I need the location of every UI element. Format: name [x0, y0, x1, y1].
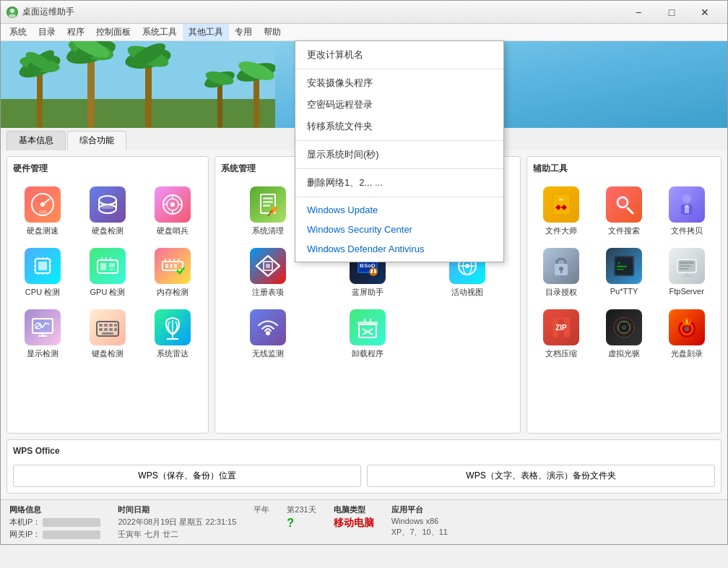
svg-rect-76	[99, 324, 103, 327]
wireless-label: 无线监测	[252, 348, 284, 359]
process-icon	[449, 186, 485, 223]
blue-screen-icon: BSoD	[350, 248, 386, 284]
file-master-icon: ✂	[543, 186, 579, 223]
putty-label: Pu*TTY	[610, 287, 638, 296]
datetime-lunar: 壬寅年 七月 廿二	[118, 529, 236, 540]
tool-file-master[interactable]: ✂ 文件大师	[533, 184, 590, 239]
registry-label: 注册表项	[252, 287, 284, 298]
disk-check-icon	[90, 186, 126, 223]
menu-program[interactable]: 程序	[61, 24, 90, 40]
gateway-ip-label: 网关IP：	[9, 530, 40, 538]
network-label: 网络信息	[9, 504, 100, 515]
menu-control-panel[interactable]: 控制面板	[90, 24, 136, 40]
uninstall-icon	[350, 309, 386, 345]
network-info: 网络信息 本机IP： 网关IP：	[9, 504, 100, 540]
tool-putty[interactable]: >_ Pu*TTY	[596, 245, 653, 301]
minimize-button[interactable]: −	[622, 1, 655, 24]
disk-speed-icon: 120	[25, 186, 61, 223]
svg-point-29	[99, 196, 116, 205]
disc-burn-icon	[669, 309, 705, 345]
dir-auth-icon	[543, 248, 579, 284]
year-type: 平年	[254, 504, 269, 515]
menu-directory[interactable]: 目录	[32, 24, 61, 40]
svg-text:>_: >_	[618, 260, 623, 266]
tool-file-escort[interactable]: 文件拷贝	[658, 184, 715, 239]
tool-disc-burn[interactable]: 光盘刻录	[658, 306, 715, 362]
svg-rect-64	[170, 264, 173, 268]
gpu-icon	[90, 248, 126, 284]
datetime-label: 时间日期	[118, 504, 236, 515]
tool-system-clean[interactable]: 系统清理	[221, 184, 315, 239]
tool-doc-compress[interactable]: ZIP 文档压缩	[533, 306, 590, 362]
startup-icon	[350, 186, 386, 223]
local-ip-value	[43, 518, 100, 527]
tool-active-view[interactable]: 活动视图	[420, 245, 514, 301]
svg-rect-96	[369, 199, 375, 201]
tool-display[interactable]: 显示检测	[13, 306, 72, 362]
tool-ram[interactable]: 内存检测	[143, 245, 202, 301]
tool-wireless[interactable]: 无线监测	[221, 306, 315, 362]
tool-dir-auth[interactable]: 目录授权	[533, 245, 590, 301]
svg-rect-58	[109, 269, 115, 270]
tool-ftp[interactable]: FtpServer	[658, 245, 715, 301]
svg-rect-78	[109, 324, 113, 327]
svg-rect-123	[358, 322, 378, 324]
maximize-button[interactable]: □	[655, 1, 688, 24]
datetime-info: 时间日期 2022年08月19日 星期五 22:31:15 壬寅年 七月 廿二	[118, 504, 236, 540]
pc-type-value: 移动电脑	[334, 517, 374, 530]
window-controls: − □ ✕	[622, 1, 722, 24]
virtual-disc-label: 虚拟光驱	[608, 348, 640, 359]
tab-combined-functions[interactable]: 综合功能	[67, 131, 126, 150]
tool-process[interactable]: 进程管理	[420, 184, 514, 239]
cpu-label: CPU 检测	[25, 287, 60, 298]
svg-point-1	[10, 9, 14, 13]
menu-system[interactable]: 系统	[4, 24, 32, 40]
svg-line-133	[628, 208, 633, 213]
display-icon	[25, 309, 61, 345]
tool-startup[interactable]: 启动管理	[321, 184, 415, 239]
tool-virtual-disc[interactable]: 虚拟光驱	[596, 306, 653, 362]
tool-file-search[interactable]: 文件搜索	[596, 184, 653, 239]
tool-keyboard[interactable]: 键盘检测	[78, 306, 137, 362]
pc-type-label: 电脑类型	[334, 504, 374, 515]
wps-buttons: WPS（保存、备份）位置 WPS（文字、表格、演示）备份文件夹	[13, 465, 715, 487]
svg-point-36	[170, 202, 175, 207]
year-type-info: 平年	[254, 504, 269, 540]
cpu-icon	[25, 248, 61, 284]
tool-uninstall[interactable]: 卸载程序	[321, 306, 415, 362]
wireless-icon	[250, 309, 286, 345]
file-search-label: 文件搜索	[608, 225, 640, 236]
menu-bar: 系统 目录 程序 控制面板 系统工具 其他工具 专用 帮助	[1, 24, 727, 41]
keyboard-label: 键盘检测	[92, 348, 124, 359]
svg-point-120	[465, 264, 469, 268]
tool-blue-screen[interactable]: BSoD 蓝屏助手	[321, 245, 415, 301]
menu-help[interactable]: 帮助	[258, 24, 287, 40]
tab-basic-info[interactable]: 基本信息	[6, 131, 66, 150]
blue-screen-label: 蓝屏助手	[352, 287, 384, 298]
menu-special[interactable]: 专用	[229, 24, 258, 40]
file-master-label: 文件大师	[545, 225, 577, 236]
menu-other-tools[interactable]: 其他工具	[183, 24, 229, 40]
radar-icon	[155, 309, 191, 345]
disk-speed-label: 硬盘测速	[27, 225, 58, 236]
tool-gpu[interactable]: GPU 检测	[78, 245, 137, 301]
file-search-icon	[606, 186, 642, 223]
wps-save-backup-btn[interactable]: WPS（保存、备份）位置	[13, 465, 361, 487]
window-title: 桌面运维助手	[22, 6, 622, 18]
tool-disk-speed[interactable]: 120 硬盘测速	[13, 184, 72, 239]
tool-registry[interactable]: 注册表项	[221, 245, 315, 301]
tool-disk-sniper[interactable]: 硬盘哨兵	[143, 184, 202, 239]
disk-sniper-label: 硬盘哨兵	[157, 225, 188, 236]
tool-radar[interactable]: 系统雷达	[143, 306, 202, 362]
day-count-question: ?	[287, 517, 316, 530]
auxiliary-grid: ✂ 文件大师 文	[533, 184, 715, 362]
wps-backup-folder-btn[interactable]: WPS（文字、表格、演示）备份文件夹	[367, 465, 715, 487]
menu-system-tools[interactable]: 系统工具	[136, 24, 183, 40]
gateway-ip-value	[43, 530, 100, 539]
svg-point-159	[623, 326, 625, 329]
platform-info: 应用平台 Windows x86 XP、7、10、11	[391, 504, 448, 540]
tool-cpu[interactable]: CPU 检测	[13, 245, 72, 301]
tool-disk-check[interactable]: 硬盘检测	[78, 184, 137, 239]
close-button[interactable]: ✕	[688, 1, 722, 24]
wps-area: WPS Office WPS（保存、备份）位置 WPS（文字、表格、演示）备份文…	[6, 439, 722, 494]
